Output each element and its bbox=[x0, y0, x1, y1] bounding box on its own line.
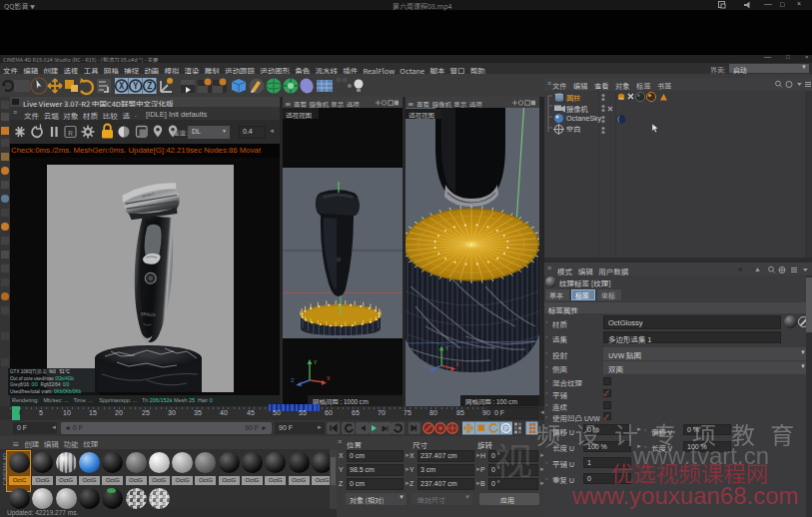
svg-text:Y: Y bbox=[314, 357, 318, 366]
svg-text:Z: Z bbox=[424, 361, 428, 370]
svg-text:Z: Z bbox=[147, 79, 152, 91]
svg-text:Y: Y bbox=[132, 79, 138, 91]
svg-text:网格间距 : 1000 cm: 网格间距 : 1000 cm bbox=[313, 396, 369, 406]
svg-text:BRAUN: BRAUN bbox=[141, 310, 156, 317]
svg-text:X: X bbox=[327, 373, 331, 382]
svg-text:网格间距 : 100 cm: 网格间距 : 100 cm bbox=[465, 396, 517, 406]
svg-text:Z: Z bbox=[291, 375, 295, 384]
svg-text:R: R bbox=[68, 127, 73, 138]
